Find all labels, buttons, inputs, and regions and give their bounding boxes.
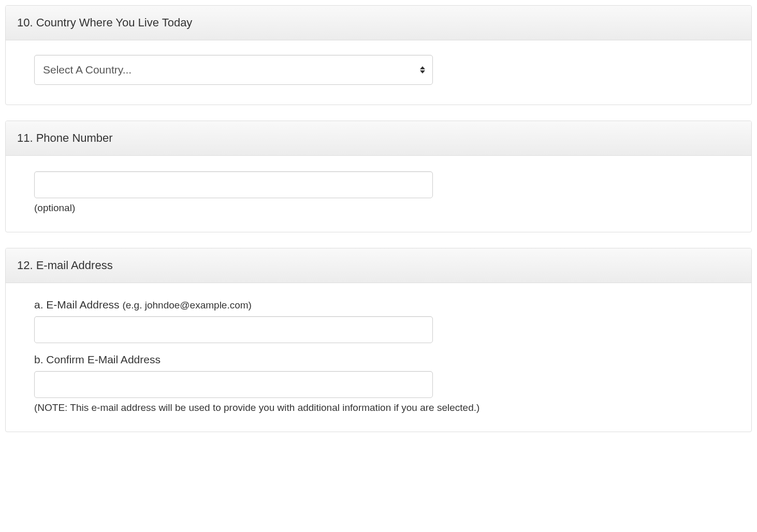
- email-b-label-row: b. Confirm E-Mail Address: [34, 353, 723, 366]
- section-phone: 11. Phone Number (optional): [5, 121, 752, 232]
- section-email-heading: 12. E-mail Address: [6, 248, 751, 283]
- email-note: (NOTE: This e-mail address will be used …: [34, 402, 723, 413]
- section-phone-body: (optional): [6, 156, 751, 232]
- section-email: 12. E-mail Address a. E-Mail Address (e.…: [5, 248, 752, 432]
- section-phone-heading: 11. Phone Number: [6, 121, 751, 156]
- phone-help-text: (optional): [34, 202, 723, 214]
- email-b-label: b. Confirm E-Mail Address: [34, 353, 161, 365]
- section-country-body: Select A Country...: [6, 40, 751, 105]
- email-field-group-a: a. E-Mail Address (e.g. johndoe@example.…: [34, 299, 723, 343]
- email-a-input[interactable]: [34, 316, 433, 343]
- country-select-wrapper: Select A Country...: [34, 55, 433, 85]
- phone-input[interactable]: [34, 171, 433, 198]
- section-country-heading: 10. Country Where You Live Today: [6, 6, 751, 40]
- email-a-hint: (e.g. johndoe@example.com): [122, 300, 252, 311]
- email-a-label-row: a. E-Mail Address (e.g. johndoe@example.…: [34, 299, 723, 311]
- section-country: 10. Country Where You Live Today Select …: [5, 5, 752, 105]
- section-email-body: a. E-Mail Address (e.g. johndoe@example.…: [6, 283, 751, 432]
- email-a-label: a. E-Mail Address: [34, 299, 122, 311]
- email-field-group-b: b. Confirm E-Mail Address (NOTE: This e-…: [34, 353, 723, 413]
- email-b-input[interactable]: [34, 371, 433, 398]
- country-select[interactable]: Select A Country...: [34, 55, 433, 85]
